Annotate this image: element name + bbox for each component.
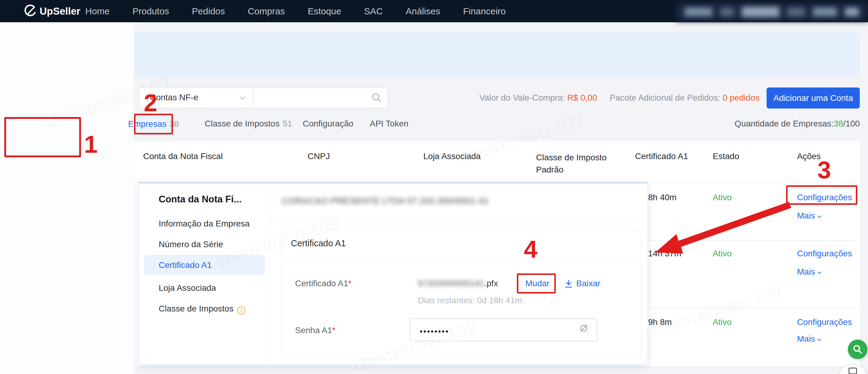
annotation-number-1: 1 xyxy=(84,132,98,157)
settings-sidebar xyxy=(0,22,134,374)
dialog-menu-numero-serie[interactable]: Número da Série xyxy=(159,239,223,249)
pacote-adicional-value: 0 pedidos xyxy=(722,93,759,103)
annotation-box-2 xyxy=(134,114,173,135)
nav-item-estoque[interactable]: Estoque xyxy=(308,6,341,17)
row2-status-badge: Ativo xyxy=(713,249,732,258)
row1-mais-link[interactable]: Mais xyxy=(797,211,821,221)
divider xyxy=(253,88,253,108)
row-divider xyxy=(648,240,861,241)
certificado-field-label: Certificado A1* xyxy=(295,279,351,288)
dialog-menu-informacao[interactable]: Informação da Empresa xyxy=(159,219,250,229)
nav-item-sac[interactable]: SAC xyxy=(364,6,383,17)
download-icon xyxy=(564,279,573,288)
row2-configuracoes-link[interactable]: Configurações xyxy=(797,249,852,258)
certificado-card-title: Certificado A1 xyxy=(291,238,346,249)
required-asterisk: * xyxy=(348,279,351,288)
row3-certificado: 9h 8m xyxy=(648,317,672,327)
row1-status-badge: Ativo xyxy=(713,193,732,202)
annotation-number-2: 2 xyxy=(144,91,157,115)
baixar-link[interactable]: Baixar xyxy=(576,279,600,288)
dias-restantes-text: Dias restantes: 0d 18h 41m xyxy=(418,296,522,306)
certificado-file-value: 57202000000141.pfx xyxy=(418,279,498,288)
chevron-down-icon xyxy=(817,214,822,218)
annotation-box-4 xyxy=(517,274,556,293)
nav-item-financeiro[interactable]: Financeiro xyxy=(463,6,505,17)
annotation-number-4: 4 xyxy=(524,237,537,261)
col-header-cnpj: CNPJ xyxy=(308,151,330,161)
row2-certificado: 14h 37m xyxy=(648,249,681,258)
dialog-menu-classe-impostos[interactable]: Classe de Impostosi xyxy=(159,304,246,315)
search-input[interactable] xyxy=(259,90,363,106)
page: UpSeller Home Produtos Pedidos Compras E… xyxy=(0,0,868,374)
app-logo: UpSeller xyxy=(40,5,81,17)
col-header-estado: Estado xyxy=(713,151,739,161)
table-bottom-divider xyxy=(135,366,861,367)
search-icon xyxy=(852,344,863,354)
certificado-file-blurred: 57202000000141 xyxy=(418,279,484,288)
top-navigation-bar: UpSeller Home Produtos Pedidos Compras E… xyxy=(0,0,868,22)
tab-configuracao[interactable]: Configuração xyxy=(303,119,353,128)
annotation-box-3 xyxy=(786,185,857,205)
required-asterisk: * xyxy=(332,325,335,335)
chevron-down-icon xyxy=(817,337,822,341)
notice-banner xyxy=(135,32,860,78)
col-header-loja: Loja Associada xyxy=(423,151,480,161)
nav-item-produtos[interactable]: Produtos xyxy=(132,6,169,17)
company-quota: Quantidade de Empresas:38/100 xyxy=(735,119,860,128)
divider xyxy=(282,257,641,257)
vale-compra-value: R$ 0,00 xyxy=(567,93,597,103)
nav-item-analises[interactable]: Análises xyxy=(406,6,440,17)
nav-item-home[interactable]: Home xyxy=(85,6,110,17)
tab-classe-count: 51 xyxy=(283,119,292,128)
row3-status-badge: Ativo xyxy=(713,317,732,327)
nav-menu: Home Produtos Pedidos Compras Estoque SA… xyxy=(85,0,506,22)
info-icon: i xyxy=(237,306,246,315)
divider xyxy=(270,182,271,364)
tab-classe-impostos[interactable]: Classe de Impostos51 xyxy=(205,119,292,128)
eye-off-icon[interactable] xyxy=(579,323,589,334)
add-account-button[interactable]: Adicionar uma Conta xyxy=(767,87,860,109)
senha-masked-value: •••••••• xyxy=(420,327,449,336)
nav-item-pedidos[interactable]: Pedidos xyxy=(192,6,225,17)
col-header-certificado: Certificado A1 xyxy=(635,151,688,161)
search-icon[interactable] xyxy=(371,92,382,104)
row3-mais-link[interactable]: Mais xyxy=(797,334,821,344)
annotation-box-1 xyxy=(4,117,81,157)
chevron-down-icon xyxy=(817,270,822,274)
row2-mais-link[interactable]: Mais xyxy=(797,267,821,277)
row-divider xyxy=(648,307,861,308)
row1-certificado: 8h 40m xyxy=(648,193,676,202)
dialog-menu-certificado-a1[interactable]: Certificado A1 xyxy=(159,260,212,270)
nav-item-compras[interactable]: Compras xyxy=(248,6,285,17)
upseller-logo-icon xyxy=(23,4,37,18)
dialog-menu-loja-associada[interactable]: Loja Associada xyxy=(159,283,216,293)
feedback-icon xyxy=(848,368,857,374)
floating-search-button[interactable] xyxy=(848,340,867,359)
user-account-area-blurred[interactable] xyxy=(676,2,867,21)
annotation-number-3: 3 xyxy=(817,158,831,182)
vale-compra-stat: Valor do Vale-Compra: R$ 0,00 xyxy=(479,93,597,103)
tab-api-token[interactable]: API Token xyxy=(370,119,408,128)
pacote-adicional-stat: Pacote Adicional de Pedidos: 0 pedidos xyxy=(610,93,760,103)
company-name-blurred: CORACAO PRESENTE LTDA 57.202.000/0001-41 xyxy=(282,196,489,206)
senha-field-label: Senha A1* xyxy=(295,325,335,335)
quota-value: 38 xyxy=(834,119,843,128)
col-header-conta: Conta da Nota Fiscal xyxy=(143,151,223,161)
row3-configuracoes-link[interactable]: Configurações xyxy=(797,317,852,327)
dialog-title: Conta da Nota Fi... xyxy=(159,194,242,205)
col-header-classe: Classe de Imposto Padrão xyxy=(536,151,608,176)
